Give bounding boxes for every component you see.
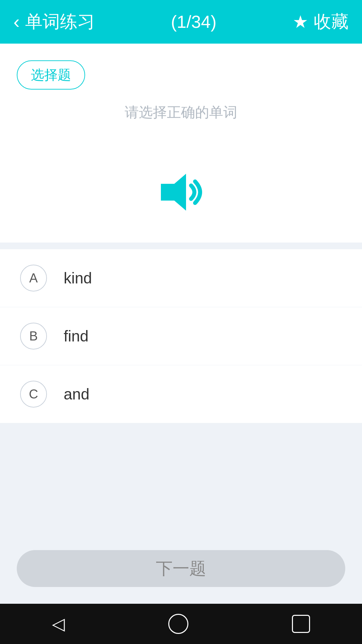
header: ‹ 单词练习 (1/34) ★ 收藏 [0,0,362,44]
option-a-letter: A [29,271,38,285]
option-b[interactable]: B find [0,307,362,365]
option-c-circle: C [20,381,47,408]
option-a-circle: A [20,265,47,291]
collect-label: 收藏 [314,10,349,34]
back-icon: ‹ [13,12,20,31]
audio-button[interactable] [154,169,208,216]
option-b-letter: B [29,329,38,343]
star-icon: ★ [293,12,308,32]
option-c-letter: C [29,387,38,401]
option-b-text: find [64,327,88,345]
nav-bar: ◁ [0,604,362,644]
option-b-circle: B [20,323,47,350]
options-section: A kind B find C and [0,249,362,423]
speaker-icon [154,169,208,216]
question-instruction: 请选择正确的单词 [17,103,345,135]
header-title: 单词练习 [25,10,95,34]
audio-section [0,149,362,243]
progress-counter: (1/34) [171,12,217,32]
option-c[interactable]: C and [0,365,362,423]
option-a[interactable]: A kind [0,249,362,307]
next-button[interactable]: 下一题 [17,550,345,587]
question-type-badge[interactable]: 选择题 [17,60,85,90]
nav-back-icon[interactable]: ◁ [52,614,65,634]
collect-button[interactable]: ★ 收藏 [293,10,349,34]
nav-recent-icon[interactable] [292,615,310,633]
bottom-section: 下一题 [0,540,362,604]
svg-marker-0 [161,174,186,211]
content-spacer [0,423,362,540]
options-divider [0,243,362,249]
main-content: 选择题 请选择正确的单词 A kind B find [0,44,362,604]
option-c-text: and [64,385,89,403]
nav-home-icon[interactable] [168,614,188,634]
back-button[interactable]: ‹ 单词练习 [13,10,95,34]
question-type-section: 选择题 请选择正确的单词 [0,44,362,149]
option-a-text: kind [64,269,92,287]
